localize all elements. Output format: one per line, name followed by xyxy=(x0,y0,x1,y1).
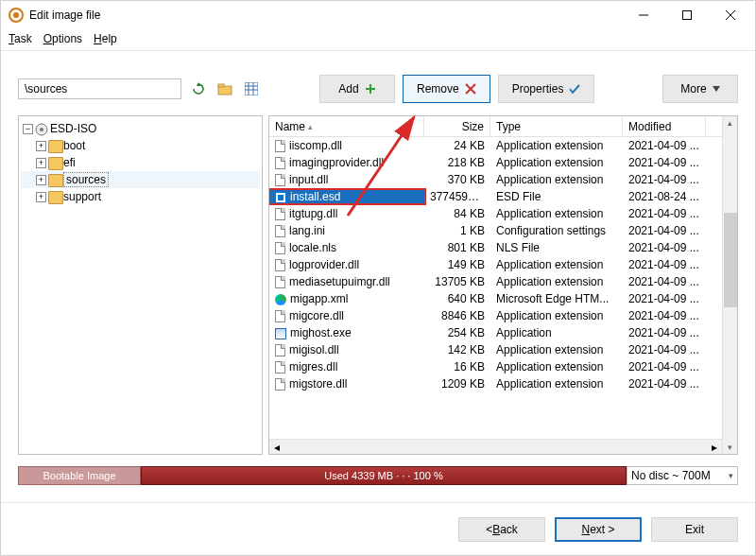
page-file-icon xyxy=(275,344,285,356)
tree-item-label: boot xyxy=(63,139,85,152)
file-modified-cell: 2021-04-09 ... xyxy=(623,241,706,254)
tree-item-esd-iso[interactable]: −ESD-ISO xyxy=(21,120,260,137)
horizontal-scrollbar[interactable]: ◂ ▸ xyxy=(269,439,722,454)
properties-button[interactable]: Properties xyxy=(498,75,595,103)
add-button[interactable]: Add xyxy=(319,75,395,103)
file-row[interactable]: migstore.dll1209 KBApplication extension… xyxy=(269,375,722,392)
file-row[interactable]: imagingprovider.dll218 KBApplication ext… xyxy=(269,154,722,171)
window-title: Edit image file xyxy=(29,9,100,22)
file-type-cell: Application extension xyxy=(490,207,623,220)
file-modified-cell: 2021-04-09 ... xyxy=(623,360,706,374)
column-size[interactable]: Size xyxy=(424,116,490,136)
file-list[interactable]: iiscomp.dll24 KBApplication extension202… xyxy=(269,137,722,439)
file-row[interactable]: migapp.xml640 KBMicrosoft Edge HTM...202… xyxy=(269,290,722,307)
esd-file-icon xyxy=(275,192,286,203)
menu-help[interactable]: Help xyxy=(94,32,117,45)
file-row[interactable]: mighost.exe254 KBApplication2021-04-09 .… xyxy=(269,324,722,341)
close-button[interactable] xyxy=(712,1,755,29)
tree-expander-icon[interactable]: + xyxy=(36,192,46,202)
file-row[interactable]: migisol.dll142 KBApplication extension20… xyxy=(269,341,722,358)
page-file-icon xyxy=(275,140,285,152)
file-type-cell: Application extension xyxy=(490,139,623,152)
tree-item-efi[interactable]: +efi xyxy=(21,154,260,171)
file-type-cell: NLS File xyxy=(490,241,623,254)
more-button[interactable]: More xyxy=(662,75,738,103)
view-icon[interactable] xyxy=(242,79,261,98)
file-size-cell: 13705 KB xyxy=(424,275,490,288)
vertical-scrollbar[interactable]: ▴ ▾ xyxy=(722,116,737,454)
menu-options[interactable]: Options xyxy=(43,32,82,45)
file-type-cell: ESD File xyxy=(490,190,623,203)
page-file-icon xyxy=(275,208,285,220)
file-row[interactable]: locale.nls801 KBNLS File2021-04-09 ... xyxy=(269,239,722,256)
column-name[interactable]: Name ▴ xyxy=(269,116,424,136)
file-type-cell: Application extension xyxy=(490,377,623,391)
file-size-cell: 370 KB xyxy=(424,173,490,186)
tree-item-sources[interactable]: +sources xyxy=(21,171,260,188)
tree-expander-icon[interactable]: − xyxy=(23,124,33,134)
file-row[interactable]: migres.dll16 KBApplication extension2021… xyxy=(269,358,722,375)
file-modified-cell: 2021-04-09 ... xyxy=(623,326,706,339)
refresh-icon[interactable] xyxy=(189,79,208,98)
back-button[interactable]: < Back xyxy=(458,517,545,542)
titlebar: Edit image file xyxy=(1,1,755,29)
file-modified-cell: 2021-04-09 ... xyxy=(623,292,706,305)
next-button[interactable]: Next > xyxy=(555,517,642,542)
page-file-icon xyxy=(275,242,285,254)
file-list-panel: Name ▴ Size Type Modified iiscomp.dll24 … xyxy=(268,115,738,455)
maximize-button[interactable] xyxy=(668,1,712,29)
toolbar: Add Remove Properties More xyxy=(1,68,755,110)
remove-button[interactable]: Remove xyxy=(403,75,490,103)
tree-panel[interactable]: −ESD-ISO+boot+efi+sources+support xyxy=(18,115,263,455)
exit-button[interactable]: Exit xyxy=(651,517,738,542)
tree-expander-icon[interactable]: + xyxy=(36,175,46,185)
file-row[interactable]: iiscomp.dll24 KBApplication extension202… xyxy=(269,137,722,154)
bootable-badge: Bootable Image xyxy=(18,466,141,485)
edge-file-icon xyxy=(275,294,286,305)
file-name-cell: logprovider.dll xyxy=(269,258,424,271)
tree-item-support[interactable]: +support xyxy=(21,188,260,205)
tree-expander-icon[interactable]: + xyxy=(36,158,46,168)
menubar: Task Options Help xyxy=(1,29,755,48)
file-name-cell: itgtupg.dll xyxy=(269,207,424,220)
folder-icon xyxy=(48,140,61,151)
column-modified[interactable]: Modified xyxy=(623,116,706,136)
file-name-cell: migisol.dll xyxy=(269,343,424,356)
file-row[interactable]: lang.ini1 KBConfiguration settings2021-0… xyxy=(269,222,722,239)
file-size-cell: 801 KB xyxy=(424,241,490,254)
file-modified-cell: 2021-04-09 ... xyxy=(623,343,706,356)
scroll-up-icon[interactable]: ▴ xyxy=(728,118,732,128)
file-row[interactable]: logprovider.dll149 KBApplication extensi… xyxy=(269,256,722,273)
scroll-right-icon[interactable]: ▸ xyxy=(707,440,722,455)
folder-up-icon[interactable] xyxy=(215,79,234,98)
file-modified-cell: 2021-04-09 ... xyxy=(623,258,706,271)
scrollbar-thumb[interactable] xyxy=(724,213,737,307)
file-size-cell: 1 KB xyxy=(424,224,490,237)
minimize-button[interactable] xyxy=(625,1,668,29)
file-modified-cell: 2021-04-09 ... xyxy=(623,139,706,152)
menu-task[interactable]: Task xyxy=(9,32,32,45)
file-row[interactable]: input.dll370 KBApplication extension2021… xyxy=(269,171,722,188)
file-row[interactable]: migcore.dll8846 KBApplication extension2… xyxy=(269,307,722,324)
file-name-cell: migres.dll xyxy=(269,360,424,374)
tree-item-label: efi xyxy=(63,156,76,169)
column-type[interactable]: Type xyxy=(490,116,623,136)
disc-select[interactable]: No disc ~ 700M ▾ xyxy=(627,466,738,485)
tree-expander-icon[interactable]: + xyxy=(36,141,46,151)
plus-icon xyxy=(365,83,376,95)
scroll-down-icon[interactable]: ▾ xyxy=(728,443,732,452)
file-row[interactable]: itgtupg.dll84 KBApplication extension202… xyxy=(269,205,722,222)
file-row[interactable]: mediasetupuimgr.dll13705 KBApplication e… xyxy=(269,273,722,290)
path-input[interactable] xyxy=(18,78,181,99)
properties-label: Properties xyxy=(512,82,564,96)
page-file-icon xyxy=(275,378,285,391)
file-row[interactable]: install.esd3774590 KBESD File2021-08-24 … xyxy=(269,188,722,205)
page-file-icon xyxy=(275,157,285,169)
file-type-cell: Application extension xyxy=(490,173,623,186)
file-size-cell: 3774590 KB xyxy=(424,190,490,203)
tree-item-boot[interactable]: +boot xyxy=(21,137,260,154)
file-size-cell: 16 KB xyxy=(424,360,490,374)
scroll-left-icon[interactable]: ◂ xyxy=(269,440,284,455)
svg-point-1 xyxy=(13,12,19,18)
columns-header[interactable]: Name ▴ Size Type Modified xyxy=(269,116,722,137)
